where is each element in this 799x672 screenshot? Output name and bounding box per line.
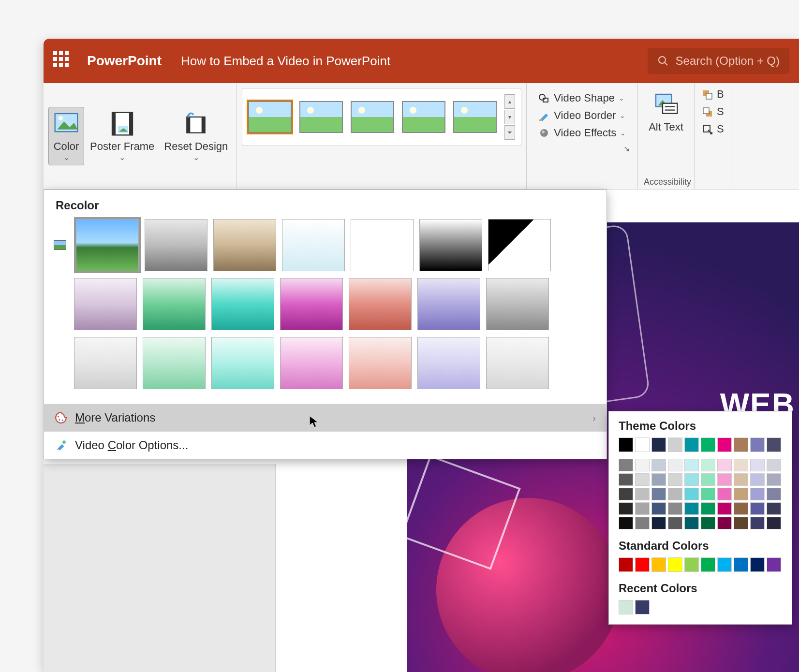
video-effects-button[interactable]: Video Effects ⌄ (538, 127, 626, 139)
color-swatch[interactable] (734, 557, 748, 572)
color-swatch[interactable] (717, 459, 732, 471)
color-swatch[interactable] (668, 459, 682, 471)
color-swatch[interactable] (750, 473, 765, 486)
color-swatch[interactable] (619, 502, 633, 515)
color-swatch[interactable] (635, 557, 650, 572)
video-style-thumb[interactable] (248, 101, 292, 133)
color-swatch[interactable] (635, 502, 650, 515)
video-style-thumb[interactable] (299, 101, 343, 133)
color-swatch[interactable] (651, 517, 666, 529)
color-swatch[interactable] (767, 557, 781, 572)
color-swatch[interactable] (750, 517, 765, 529)
color-swatch[interactable] (651, 459, 666, 471)
color-swatch[interactable] (767, 473, 781, 486)
color-swatch[interactable] (668, 502, 682, 515)
recolor-preset-recolor-lavender[interactable] (74, 278, 137, 330)
color-swatch[interactable] (684, 459, 699, 471)
color-swatch[interactable] (767, 438, 781, 452)
color-swatch[interactable] (717, 438, 732, 452)
color-swatch[interactable] (717, 502, 732, 515)
color-swatch[interactable] (750, 438, 765, 452)
recolor-preset-recolor-light-periwinkle[interactable] (417, 337, 480, 389)
recolor-preset-washout[interactable] (282, 219, 345, 271)
recolor-preset-grayscale[interactable] (145, 219, 207, 271)
color-swatch[interactable] (619, 600, 633, 614)
color-swatch[interactable] (767, 502, 781, 515)
gallery-up-icon[interactable]: ▴ (504, 94, 515, 109)
video-style-thumb[interactable] (351, 101, 394, 133)
color-swatch[interactable] (635, 438, 650, 452)
color-swatch[interactable] (734, 517, 748, 529)
selection-pane-button[interactable]: S (701, 123, 724, 135)
color-swatch[interactable] (701, 502, 715, 515)
color-swatch[interactable] (651, 502, 666, 515)
color-swatch[interactable] (717, 488, 732, 500)
color-button[interactable]: Color ⌄ (48, 107, 84, 165)
color-swatch[interactable] (619, 459, 633, 471)
color-swatch[interactable] (651, 473, 666, 486)
color-swatch[interactable] (619, 473, 633, 486)
color-swatch[interactable] (684, 438, 699, 452)
recolor-preset-recolor-gray2[interactable] (486, 278, 549, 330)
recolor-preset-black-white-75[interactable] (488, 219, 551, 271)
color-swatch[interactable] (684, 502, 699, 515)
color-swatch[interactable] (767, 459, 781, 471)
color-swatch[interactable] (701, 488, 715, 500)
color-swatch[interactable] (635, 488, 650, 500)
color-swatch[interactable] (750, 557, 765, 572)
recolor-preset-recolor-light-gray2[interactable] (486, 337, 549, 389)
video-shape-button[interactable]: Video Shape ⌄ (538, 92, 626, 104)
recolor-preset-recolor-light-coral[interactable] (349, 337, 412, 389)
video-color-options-item[interactable]: Video Color Options... (44, 431, 607, 459)
recolor-preset-black-white-25[interactable] (351, 219, 414, 271)
color-swatch[interactable] (684, 517, 699, 529)
recolor-preset-recolor-periwinkle[interactable] (417, 278, 480, 330)
video-style-thumb[interactable] (453, 101, 497, 133)
color-swatch[interactable] (717, 557, 732, 572)
color-swatch[interactable] (619, 557, 633, 572)
color-swatch[interactable] (668, 438, 682, 452)
color-swatch[interactable] (701, 438, 715, 452)
color-swatch[interactable] (635, 473, 650, 486)
app-launcher-icon[interactable] (53, 51, 73, 71)
video-style-gallery[interactable]: ▴ ▾ ⏷ (242, 88, 521, 146)
more-variations-item[interactable]: More Variations › (44, 404, 607, 431)
color-swatch[interactable] (635, 517, 650, 529)
recolor-preset-black-white-50[interactable] (419, 219, 482, 271)
color-swatch[interactable] (767, 488, 781, 500)
document-title[interactable]: How to Embed a Video in PowerPoint (181, 54, 390, 69)
search-box[interactable]: Search (Option + Q) (648, 48, 789, 74)
recolor-preset-recolor-light-green[interactable] (143, 337, 206, 389)
color-swatch[interactable] (668, 488, 682, 500)
color-swatch[interactable] (635, 600, 650, 614)
video-style-thumb[interactable] (402, 101, 445, 133)
color-swatch[interactable] (701, 517, 715, 529)
color-swatch[interactable] (734, 473, 748, 486)
color-swatch[interactable] (684, 473, 699, 486)
color-swatch[interactable] (619, 517, 633, 529)
recolor-preset-recolor-light-teal[interactable] (211, 337, 274, 389)
recolor-preset-recolor-magenta[interactable] (280, 278, 343, 330)
alt-text-button[interactable]: Alt Text (645, 88, 687, 136)
recolor-preset-recolor-coral[interactable] (349, 278, 412, 330)
color-swatch[interactable] (734, 502, 748, 515)
gallery-down-icon[interactable]: ▾ (504, 110, 515, 124)
color-swatch[interactable] (668, 473, 682, 486)
gallery-more-icon[interactable]: ⏷ (504, 125, 515, 140)
slide-thumbnail-panel[interactable] (44, 464, 276, 672)
color-swatch[interactable] (750, 488, 765, 500)
bring-forward-button[interactable]: B (701, 88, 724, 101)
color-swatch[interactable] (619, 438, 633, 452)
color-swatch[interactable] (750, 459, 765, 471)
color-swatch[interactable] (734, 438, 748, 452)
color-swatch[interactable] (717, 517, 732, 529)
recolor-preset-sepia[interactable] (213, 219, 276, 271)
color-swatch[interactable] (701, 473, 715, 486)
color-swatch[interactable] (651, 557, 666, 572)
send-backward-button[interactable]: S (701, 105, 724, 118)
color-swatch[interactable] (684, 488, 699, 500)
recolor-preset-recolor-green[interactable] (143, 278, 206, 330)
dialog-launcher-icon[interactable]: ↘ (623, 144, 633, 153)
color-swatch[interactable] (750, 502, 765, 515)
color-swatch[interactable] (734, 459, 748, 471)
